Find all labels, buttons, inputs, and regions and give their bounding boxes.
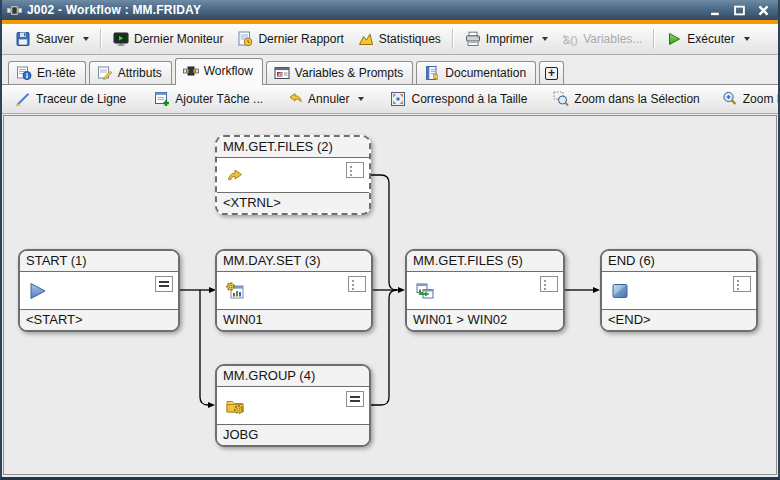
maximize-icon — [734, 5, 745, 16]
node-footer: <END> — [602, 309, 756, 330]
edge-group-to-getfiles5 — [371, 290, 397, 405]
node-body — [20, 272, 178, 309]
node-body — [407, 272, 563, 309]
undo-dropdown-caret[interactable] — [358, 97, 364, 101]
minimize-button[interactable] — [704, 2, 726, 18]
edge-getfiles2-to-getfiles5 — [371, 175, 397, 290]
app-window: J002 - Workflow : MM.FRIDAY Sauver — [0, 0, 780, 480]
save-icon — [15, 31, 31, 47]
execute-label: Exécuter — [687, 32, 734, 46]
node-footer: <START> — [20, 309, 178, 330]
tab-variables-prompts[interactable]: ab Variables & Prompts — [266, 61, 414, 84]
start-play-icon — [28, 281, 48, 301]
variables-button: a &() Variables... — [555, 28, 649, 50]
workflow-node-5[interactable]: MM.GET.FILES (5) WIN01 > WIN02 — [405, 249, 565, 332]
zoom-selection-icon — [553, 91, 569, 107]
line-tracer-button[interactable]: Traceur de Ligne — [8, 88, 133, 110]
execute-dropdown-caret[interactable] — [744, 37, 750, 41]
zoom-in-button[interactable]: Zoom Plus — [715, 88, 780, 110]
toolbar-separator — [452, 29, 454, 49]
day-set-icon — [225, 281, 245, 301]
node-menu-badge[interactable] — [348, 276, 366, 292]
print-label: Imprimer — [486, 32, 533, 46]
toolbar-separator — [100, 29, 102, 49]
workflow-app-icon — [7, 3, 22, 18]
variables-prompts-tab-icon: ab — [274, 65, 290, 81]
group-folder-icon — [225, 396, 245, 416]
print-button[interactable]: Imprimer — [458, 28, 555, 50]
tab-attributs[interactable]: Attributs — [89, 61, 172, 84]
save-label: Sauver — [36, 32, 74, 46]
close-button[interactable] — [752, 2, 774, 18]
tab-en-tete[interactable]: En-tête — [8, 61, 86, 84]
undo-label: Annuler — [308, 92, 349, 106]
last-report-button[interactable]: Dernier Rapport — [230, 28, 350, 50]
execute-button[interactable]: Exécuter — [659, 28, 756, 50]
undo-button[interactable]: Annuler — [280, 88, 371, 110]
node-footer: <XTRNL> — [217, 192, 369, 213]
node-title: MM.GET.FILES (5) — [407, 251, 563, 272]
window-title: J002 - Workflow : MM.FRIDAY — [27, 3, 702, 17]
node-body — [602, 272, 756, 309]
last-report-label: Dernier Rapport — [258, 32, 343, 46]
add-task-button[interactable]: Ajouter Tâche ... — [147, 88, 270, 110]
toolbar-separator — [653, 29, 655, 49]
maximize-button[interactable] — [728, 2, 750, 18]
tab-variables-prompts-label: Variables & Prompts — [295, 66, 404, 80]
tab-workflow[interactable]: Workflow — [175, 58, 263, 85]
node-body — [217, 158, 369, 192]
workflow-node-6[interactable]: END (6) <END> — [600, 249, 758, 332]
node-title: END (6) — [602, 251, 756, 272]
tab-documentation[interactable]: Documentation — [416, 61, 536, 84]
zoom-selection-button[interactable]: Zoom dans la Sélection — [546, 88, 706, 110]
statistics-button[interactable]: Statistiques — [351, 28, 448, 50]
header-tab-icon — [16, 65, 32, 81]
workflow-node-2[interactable]: MM.GET.FILES (2) <XTRNL> — [215, 135, 371, 215]
node-footer: WIN01 — [217, 309, 371, 330]
attributes-tab-icon — [97, 65, 113, 81]
line-tracer-icon — [15, 91, 31, 107]
fit-to-size-icon — [390, 91, 406, 107]
zoom-in-label: Zoom Plus — [743, 92, 780, 106]
node-menu-badge[interactable] — [346, 391, 364, 407]
workflow-canvas[interactable]: MM.GET.FILES (2) <XTRNL> START (1) <STAR… — [3, 115, 777, 475]
documentation-tab-icon — [424, 65, 440, 81]
node-menu-badge[interactable] — [346, 162, 364, 178]
node-title: MM.GROUP (4) — [217, 366, 369, 387]
node-menu-badge[interactable] — [733, 276, 751, 292]
node-menu-badge[interactable] — [155, 276, 173, 292]
minimize-icon — [710, 5, 721, 16]
zoom-in-icon — [722, 91, 738, 107]
node-footer: WIN01 > WIN02 — [407, 309, 563, 330]
undo-icon — [287, 91, 303, 107]
canvas-toolbar: Traceur de Ligne Ajouter Tâche ... Annul… — [2, 85, 778, 114]
last-monitor-button[interactable]: Dernier Moniteur — [106, 28, 230, 50]
node-title: START (1) — [20, 251, 178, 272]
add-tab-icon: + — [545, 67, 558, 80]
workflow-tab-icon — [183, 63, 199, 79]
last-monitor-label: Dernier Moniteur — [134, 32, 223, 46]
fit-to-size-button[interactable]: Correspond à la Taille — [383, 88, 534, 110]
workflow-node-3[interactable]: MM.DAY.SET (3) WIN01 — [215, 249, 373, 332]
workflow-node-4[interactable]: MM.GROUP (4) JOBG — [215, 364, 371, 447]
node-title: MM.DAY.SET (3) — [217, 251, 371, 272]
save-button[interactable]: Sauver — [8, 28, 96, 50]
tab-attributs-label: Attributs — [118, 66, 162, 80]
workflow-node-1[interactable]: START (1) <START> — [18, 249, 180, 332]
line-tracer-label: Traceur de Ligne — [36, 92, 126, 106]
svg-text:&(): &() — [563, 34, 578, 46]
node-title: MM.GET.FILES (2) — [217, 137, 369, 158]
run-icon — [666, 31, 682, 47]
fit-to-size-label: Correspond à la Taille — [411, 92, 527, 106]
node-menu-badge[interactable] — [540, 276, 558, 292]
variables-label: Variables... — [583, 32, 642, 46]
add-task-label: Ajouter Tâche ... — [175, 92, 263, 106]
print-dropdown-caret[interactable] — [542, 37, 548, 41]
tab-add-new[interactable]: + — [539, 61, 564, 84]
report-icon — [237, 31, 253, 47]
monitor-icon — [113, 31, 129, 47]
statistics-label: Statistiques — [379, 32, 441, 46]
node-body — [217, 387, 369, 424]
save-dropdown-caret[interactable] — [83, 37, 89, 41]
tab-documentation-label: Documentation — [445, 66, 526, 80]
